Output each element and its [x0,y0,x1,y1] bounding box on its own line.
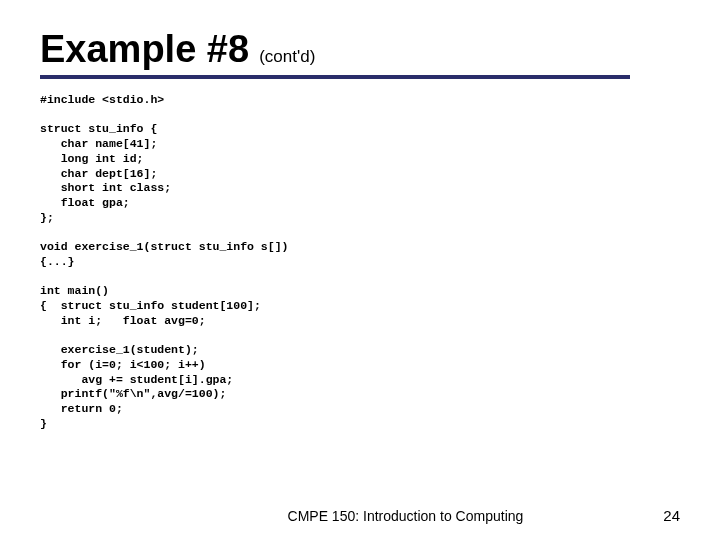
title-main: Example #8 [40,28,249,71]
footer-course: CMPE 150: Introduction to Computing [288,508,524,524]
footer: CMPE 150: Introduction to Computing 24 [40,507,680,524]
title-underline [40,75,630,79]
code-block: #include <stdio.h> struct stu_info { cha… [40,93,680,432]
title-row: Example #8 (cont'd) [40,28,680,71]
slide: Example #8 (cont'd) #include <stdio.h> s… [0,0,720,540]
title-sub: (cont'd) [259,47,315,67]
page-number: 24 [663,507,680,524]
